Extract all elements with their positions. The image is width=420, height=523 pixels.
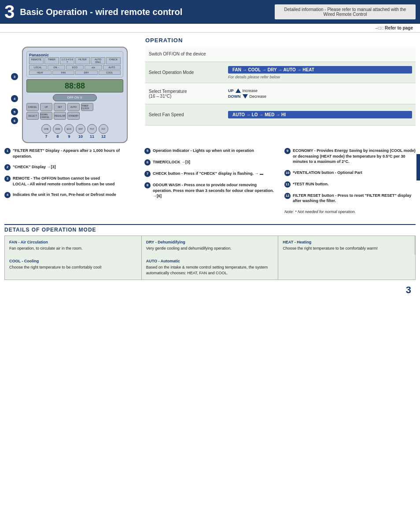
- note-2-text: "CHECK" Display →[3]: [13, 164, 56, 170]
- op-label-mode: Select Operation Mode: [145, 62, 225, 83]
- note-2-num: 2: [4, 164, 11, 170]
- header-note: Detailed information - Please refer to m…: [275, 4, 416, 19]
- heat-mode-desc: Choose the right temperature to be comfo…: [283, 246, 378, 250]
- rc-btn-10[interactable]: VNT: [76, 124, 85, 134]
- note-3: 3 REMOTE - The OFF/ON button cannot be u…: [4, 174, 136, 188]
- rc-info-row-1: REMOTE TIMER 1 2 3 4 5 6 7 FILTER AUTO O…: [29, 57, 121, 64]
- rc-btn-12[interactable]: FLT: [99, 124, 108, 134]
- rc-cell: REMOTE: [29, 57, 44, 64]
- cool-mode-title: COOL - Cooling: [9, 258, 137, 264]
- callout-6: 6: [11, 117, 18, 124]
- details-cell-dry: DRY - Dehumidifying Very gentle cooling …: [142, 236, 279, 255]
- rc-btn-11[interactable]: TST: [87, 124, 97, 134]
- note-6-text: TIMER/CLOCK →[3]: [153, 159, 190, 165]
- rc-button-row-1: CANCEL UP SET AUTO TIMER CLOCK: [26, 103, 123, 111]
- rc-brand: Panasonic: [29, 53, 121, 57]
- notes-footer: Note: * Not needed for normal operation.: [284, 208, 416, 216]
- up-label: UP: [228, 88, 234, 93]
- note-1-num: 1: [4, 148, 11, 154]
- note-4-title: 4 Indicates the unit in Test run, Pre-he…: [4, 192, 136, 198]
- rc-btn-auto[interactable]: AUTO: [67, 103, 80, 111]
- note-7-title: 7 CHECK button - Press if "CHECK" displa…: [144, 171, 276, 177]
- rc-btn-8[interactable]: ODR: [53, 124, 63, 134]
- rc-button-row-2: SELECT DOWN CANCEL REGULAR STANDBY: [26, 112, 123, 120]
- note-10: 10 *VENTILATION button - Optional Part: [284, 169, 416, 177]
- rc-btn-7[interactable]: CHK: [41, 124, 51, 134]
- rc-onoff-button[interactable]: OFF·ON ①: [53, 94, 97, 101]
- note-11-text: *TEST RUN button.: [293, 181, 329, 187]
- increase-label: Increase: [243, 88, 258, 93]
- temp-up: UP Increase: [228, 88, 258, 93]
- op-detail-mode: FAN → COOL → DRY → AUTO → HEAT For detai…: [225, 62, 416, 83]
- fan-mode-desc: Fan operation, to circulate air in the r…: [9, 246, 83, 250]
- note-6: 6 TIMER/CLOCK →[3]: [144, 158, 276, 167]
- rc-btn-cancel1[interactable]: CANCEL: [26, 103, 39, 111]
- heat-mode-title: HEAT - Heating: [283, 239, 410, 245]
- details-cell-auto: AUTO - Automatic Based on the intake & r…: [142, 255, 279, 280]
- callout-4: 4: [11, 95, 18, 102]
- rc-cell: ON→: [48, 65, 65, 70]
- page-header: 3 Basic Operation - wired remote control…: [0, 0, 420, 24]
- rc-btn-up[interactable]: UP: [40, 103, 52, 111]
- cool-mode-desc: Choose the right temperature to be comfo…: [9, 265, 102, 269]
- note-4-text: Indicates the unit in Test run, Pre-heat…: [13, 192, 116, 198]
- note-6-num: 6: [144, 159, 151, 166]
- diagram-area: 2 1 3 4 5 6 Panasonic REMOTE TIMER 1 2 3…: [4, 37, 141, 143]
- rc-cell: DRY: [75, 70, 98, 75]
- note-2: 2 "CHECK" Display →[3]: [4, 163, 136, 172]
- note-9-num: 9: [284, 148, 291, 154]
- rc-btn-standby[interactable]: STANDBY: [67, 112, 80, 120]
- rc-cell: TIMER: [44, 57, 59, 64]
- operation-area: OPERATION Switch OFF/ON of the device Se…: [145, 37, 416, 143]
- op-label-switch: Switch OFF/ON of the device: [145, 46, 225, 62]
- details-cell-heat: HEAT - Heating Choose the right temperat…: [278, 236, 415, 255]
- rc-cell: ECO: [66, 65, 84, 70]
- down-label: DOWN: [228, 94, 241, 99]
- rc-btn-regular[interactable]: REGULAR: [54, 112, 66, 120]
- note-11-num: 11: [284, 181, 291, 188]
- up-arrow-icon: [236, 88, 241, 93]
- notes-col-2: 5 Operation Indicator - Lights up when u…: [144, 147, 276, 216]
- callout-3: 3: [11, 73, 18, 80]
- note-8-title: 8 ODOUR WASH - Press once to provide odo…: [144, 182, 276, 199]
- rc-btn-set[interactable]: SET: [54, 103, 66, 111]
- note-3-text: REMOTE - The OFF/ON button cannot be use…: [13, 176, 115, 187]
- rc-btn-9[interactable]: ECO: [64, 124, 74, 134]
- rc-info-row-3: HEAT FAN DRY COOL: [29, 70, 121, 75]
- notes-footer-text: Note: * Not needed for normal operation.: [284, 210, 356, 214]
- rc-cell: 1 2 3 4 5 6 7: [60, 57, 74, 64]
- rc-label-11: 11: [90, 134, 94, 139]
- note-12-text: FILTER RESET button - Press to reset "FI…: [293, 193, 416, 204]
- rc-label-12: 12: [101, 134, 106, 139]
- refer-icon: →□: [374, 26, 381, 30]
- rc-cell: COOL: [99, 70, 121, 75]
- note-9-text: ECONOMY - Provides Energy Saving by incr…: [293, 148, 416, 165]
- note-4-num: 4: [4, 192, 11, 198]
- note-5-title: 5 Operation Indicator - Lights up when u…: [144, 148, 276, 154]
- rc-header: Panasonic REMOTE TIMER 1 2 3 4 5 6 7 FIL…: [26, 51, 123, 77]
- note-12-num: 12: [284, 193, 291, 199]
- rc-cell: ≡|≡: [85, 65, 102, 70]
- diagram-wrapper: 2 1 3 4 5 6 Panasonic REMOTE TIMER 1 2 3…: [9, 47, 141, 143]
- op-detail-switch: [225, 46, 416, 62]
- note-7-text: CHECK button - Press if "CHECK" display …: [153, 171, 264, 177]
- temp-down: DOWN Decrease: [228, 94, 266, 99]
- fan-sequence-badge: AUTO → LO → MED → HI: [228, 111, 412, 118]
- rc-cell: LOCAL: [29, 65, 47, 70]
- notes-col-3: 9 ECONOMY - Provides Energy Saving by in…: [284, 147, 416, 216]
- temp-controls: UP Increase: [228, 88, 412, 93]
- note-11-title: 11 *TEST RUN button.: [284, 181, 416, 188]
- details-title: DETAILS OF OPERATION MODE: [4, 224, 416, 233]
- auto-mode-title: AUTO - Automatic: [146, 258, 274, 264]
- rc-btn-select[interactable]: SELECT: [26, 112, 39, 120]
- rc-btn-timer[interactable]: TIMER CLOCK: [81, 103, 93, 111]
- note-3-num: 3: [4, 176, 11, 182]
- temp-down-row: DOWN Decrease: [228, 94, 412, 99]
- operation-title: OPERATION: [145, 37, 416, 44]
- rc-cell: HEAT: [29, 70, 52, 75]
- rc-btn-down[interactable]: DOWN CANCEL: [40, 112, 52, 120]
- ref-icon-7: [260, 174, 263, 175]
- note-9-title: 9 ECONOMY - Provides Energy Saving by in…: [284, 148, 416, 165]
- note-10-text: *VENTILATION button - Optional Part: [293, 170, 362, 176]
- op-label-fan: Select Fan Speed: [145, 104, 225, 125]
